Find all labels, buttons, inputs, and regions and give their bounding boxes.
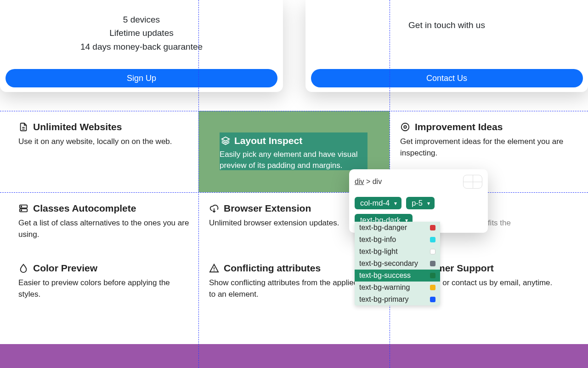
autocomplete-option[interactable]: text-bg-light [355,246,440,258]
plan-line: 5 devices [123,13,160,26]
option-label: text-bg-light [359,247,398,256]
grid-hline-2 [0,192,588,193]
feature-desc: Easily pick any element and have visual … [220,149,368,171]
feature-improvement-ideas: Improvement Ideas Get improvement ideas … [400,121,582,159]
class-tag-label: col-md-4 [360,199,390,207]
class-tag-col-md-4[interactable]: col-md-4 ▾ [355,197,401,209]
color-swatch [430,237,435,242]
feature-title: Conflicting attributes [224,263,321,274]
chevron-down-icon: ▾ [427,200,430,207]
position-picker-icon[interactable] [463,175,482,189]
plan-card-contact: Get in touch with us Contact Us [305,0,588,92]
color-swatch [430,297,435,302]
breadcrumb-current: div [373,178,382,185]
feature-desc: Get a list of class alternatives to the … [18,218,193,240]
color-swatch [430,225,435,230]
warning-icon [209,263,219,273]
plan-line: Lifetime updates [109,26,173,40]
plan-card-personal: 5 devices Lifetime updates 14 days money… [0,0,283,92]
file-icon [18,122,28,132]
class-tag-row: col-md-4 ▾ p-5 ▾ [355,197,482,209]
option-label: text-bg-secondary [359,259,418,268]
target-icon [400,122,410,132]
signup-button[interactable]: Sign Up [6,69,277,87]
breadcrumb[interactable]: div > div [355,178,382,186]
feature-color-preview: Color Preview Easier to preview colors b… [18,263,200,300]
feature-browser-extension: Browser Extension Unlimited browser exte… [209,203,346,229]
plan-line: Get in touch with us [408,18,485,32]
layers-icon [220,136,231,146]
option-label: text-bg-success [359,271,411,280]
autocomplete-option[interactable]: text-bg-warning [355,282,440,293]
feature-customer-support: mer Support s or contact us by email, an… [436,263,560,289]
class-tag-label: p-5 [412,199,423,207]
class-autocomplete-dropdown[interactable]: text-bg-dangertext-bg-infotext-bg-lightt… [355,222,440,305]
feature-desc: s or contact us by email, anytime. [436,277,552,289]
svg-point-10 [214,270,215,271]
svg-point-4 [404,126,407,128]
feature-desc: Unlimited browser extension updates. [209,218,339,229]
option-label: text-bg-info [359,236,396,244]
feature-title: Browser Extension [224,203,311,214]
color-swatch [430,261,435,266]
feature-layout-inspect: Layout Inspect Easily pick any element a… [220,132,368,170]
svg-point-8 [21,210,22,211]
feature-title: mer Support [436,263,494,274]
autocomplete-option[interactable]: text-bg-danger [355,222,440,234]
color-swatch [430,285,435,290]
feature-desc: Get improvement ideas for the element yo… [400,136,575,159]
feature-title: Layout Inspect [234,135,302,146]
plan-lines: Get in touch with us [408,18,485,32]
option-label: text-bg-warning [359,283,410,292]
inspector-header: div > div [355,175,482,189]
option-label: text-bg-primary [359,295,409,304]
feature-desc: Easier to preview colors before applying… [18,277,193,300]
feature-title: Improvement Ideas [415,121,503,132]
autocomplete-option[interactable]: text-bg-primary [355,293,440,305]
breadcrumb-sep: > [364,178,372,185]
feature-title: Classes Autocomplete [33,203,136,214]
svg-point-3 [401,123,409,131]
feature-title: Color Preview [33,263,97,274]
plan-line: 14 days money-back guarantee [80,40,203,53]
feature-classes-autocomplete: Classes Autocomplete Get a list of class… [18,203,200,240]
feature-desc: Use it on any website, locally on on the… [18,136,172,148]
contact-button[interactable]: Contact Us [311,69,583,87]
svg-marker-0 [222,137,230,141]
color-swatch [430,273,435,278]
server-icon [18,203,28,213]
class-tag-p-5[interactable]: p-5 ▾ [406,197,435,209]
feature-title: Unlimited Websites [33,121,122,132]
download-cloud-icon [209,203,219,213]
autocomplete-option[interactable]: text-bg-secondary [355,258,440,270]
svg-point-7 [21,206,22,207]
color-swatch [430,249,435,254]
plan-lines: 5 devices Lifetime updates 14 days money… [80,13,203,53]
chevron-down-icon: ▾ [394,200,397,207]
feature-unlimited-websites: Unlimited Websites Use it on any website… [18,121,180,148]
footer-band [0,344,588,368]
autocomplete-option[interactable]: text-bg-info [355,234,440,246]
droplet-icon [18,263,28,273]
autocomplete-option[interactable]: text-bg-success [355,270,440,282]
option-label: text-bg-danger [359,224,407,232]
breadcrumb-parent[interactable]: div [355,178,364,185]
